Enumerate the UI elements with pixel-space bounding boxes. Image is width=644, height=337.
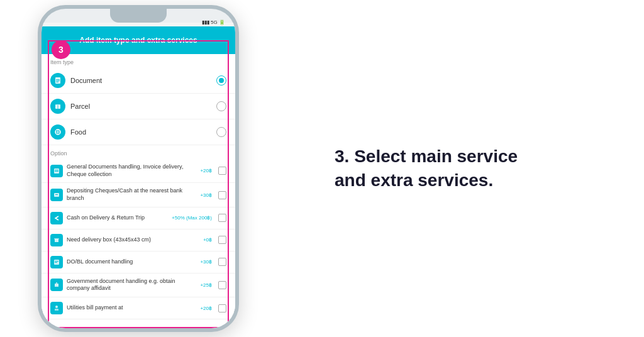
svg-rect-14 [55,194,58,195]
svg-rect-20 [55,284,58,287]
right-panel: 3. Select main service and extra service… [239,119,644,218]
option-checkbox-1[interactable] [218,191,226,199]
svg-rect-2 [56,80,60,81]
option-icon-6 [50,302,63,314]
svg-rect-15 [55,239,58,242]
svg-rect-12 [55,171,58,172]
parcel-icon [50,99,65,114]
food-icon [50,124,65,140]
option-text-4: DO/BL document handling [67,258,196,266]
option-text-0: General Documents handling, Invoice deli… [67,163,196,178]
phone-notch [110,9,167,23]
item-type-food[interactable]: Food [42,119,235,145]
svg-rect-19 [55,262,57,263]
food-radio[interactable] [216,127,226,137]
option-checkbox-4[interactable] [218,258,226,266]
option-checkbox-3[interactable] [218,236,226,244]
option-section-label: Option [42,145,235,159]
option-icon-5 [50,279,63,291]
svg-rect-18 [55,261,58,262]
phone-inner: ▮▮▮ 5G 🔋 3 Add item type and extra servi… [42,9,235,328]
option-price-4: +30฿ [200,259,212,265]
option-row-3: Need delivery box (43x45x43 cm) +0฿ [42,229,235,251]
option-price-6: +20฿ [200,306,212,311]
option-text-5: Government document handling e.g. obtain… [67,278,196,292]
svg-rect-3 [56,82,58,82]
document-radio[interactable] [216,75,226,86]
option-text-2: Cash on Delivery & Return Trip [67,214,168,222]
document-icon [50,73,65,88]
parcel-radio[interactable] [216,101,226,111]
option-icon-3 [50,234,63,246]
option-row-4: DO/BL document handling +30฿ [42,251,235,273]
item-type-section-label: Item type [42,54,235,68]
option-checkbox-5[interactable] [218,281,226,289]
option-row-5: Government document handling e.g. obtain… [42,273,235,297]
svg-rect-11 [55,170,58,170]
option-icon-0 [50,165,63,177]
phone-mockup: ▮▮▮ 5G 🔋 3 Add item type and extra servi… [38,5,239,332]
option-price-5: +25฿ [200,282,212,288]
app-header: Add item type and extra services [42,26,235,54]
option-row-6: Utilities bill payment at +20฿ [42,297,235,319]
option-price-1: +30฿ [200,192,212,198]
option-text-3: Need delivery box (43x45x43 cm) [67,236,199,244]
document-label: Document [70,77,211,84]
right-panel-text: 3. Select main service and extra service… [335,145,548,192]
option-price-3: +0฿ [203,237,212,243]
parcel-label: Parcel [70,102,211,110]
option-price-2: +50% (Max 200฿) [172,215,212,221]
option-icon-1 [50,189,63,201]
phone-outer-shell: ▮▮▮ 5G 🔋 3 Add item type and extra servi… [38,5,239,332]
option-icon-2 [50,212,63,224]
option-row-0: General Documents handling, Invoice deli… [42,159,235,183]
option-checkbox-6[interactable] [218,304,226,312]
svg-rect-16 [54,238,59,240]
option-price-0: +20฿ [200,168,212,174]
food-label: Food [70,128,211,136]
option-row-2: Cash on Delivery & Return Trip +50% (Max… [42,207,235,229]
item-type-parcel[interactable]: Parcel [42,94,235,119]
step-badge: 3 [52,40,70,59]
svg-rect-23 [55,309,58,311]
option-checkbox-2[interactable] [218,214,226,222]
svg-rect-21 [56,282,57,284]
form-area: Item type Document [42,54,235,328]
option-row-1: Depositing Cheques/Cash at the nearest b… [42,183,235,207]
option-icon-4 [50,256,63,268]
option-text-6: Utilities bill payment at [67,304,196,312]
option-text-1: Depositing Cheques/Cash at the nearest b… [67,187,196,202]
svg-rect-1 [56,79,60,80]
item-type-document[interactable]: Document [42,68,235,94]
svg-point-22 [55,306,58,308]
screen-content: 3 Add item type and extra services Item … [42,23,235,328]
option-checkbox-0[interactable] [218,167,226,175]
app-header-title: Add item type and extra services [79,36,197,45]
